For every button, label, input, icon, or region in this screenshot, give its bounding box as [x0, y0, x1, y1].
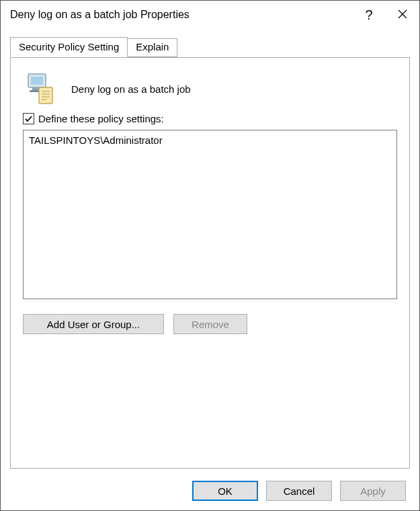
policy-icon	[23, 70, 60, 108]
tab-explain[interactable]: Explain	[127, 38, 177, 57]
policy-name-label: Deny log on as a batch job	[71, 83, 191, 95]
help-button[interactable]: ?	[352, 1, 386, 29]
list-item[interactable]: TAILSPINTOYS\Administrator	[29, 133, 391, 147]
define-policy-checkbox[interactable]	[23, 113, 34, 124]
help-icon: ?	[365, 7, 372, 23]
checkmark-icon	[24, 114, 33, 123]
ok-button[interactable]: OK	[192, 481, 258, 501]
tab-security-policy[interactable]: Security Policy Setting	[10, 37, 128, 57]
add-user-group-button[interactable]: Add User or Group...	[23, 314, 164, 334]
define-policy-label: Define these policy settings:	[38, 113, 164, 124]
list-buttons-row: Add User or Group... Remove	[23, 314, 397, 334]
svg-rect-6	[39, 87, 52, 104]
content-area: Security Policy Setting Explain	[10, 37, 410, 469]
window-title: Deny log on as a batch job Properties	[10, 9, 352, 21]
apply-button: Apply	[340, 481, 406, 501]
titlebar-buttons: ?	[352, 1, 419, 29]
cancel-button[interactable]: Cancel	[266, 481, 332, 501]
close-icon	[398, 8, 407, 22]
titlebar: Deny log on as a batch job Properties ?	[1, 1, 419, 29]
principals-listbox[interactable]: TAILSPINTOYS\Administrator	[23, 130, 397, 299]
remove-button: Remove	[173, 314, 247, 334]
tab-panel-security: Deny log on as a batch job Define these …	[10, 57, 410, 469]
svg-rect-3	[31, 77, 43, 85]
dialog-window: Deny log on as a batch job Properties ? …	[0, 0, 420, 511]
tab-strip: Security Policy Setting Explain	[10, 37, 410, 57]
dialog-footer: OK Cancel Apply	[192, 481, 406, 501]
policy-header: Deny log on as a batch job	[23, 69, 397, 109]
define-policy-row: Define these policy settings:	[23, 113, 397, 124]
close-button[interactable]	[386, 1, 419, 29]
